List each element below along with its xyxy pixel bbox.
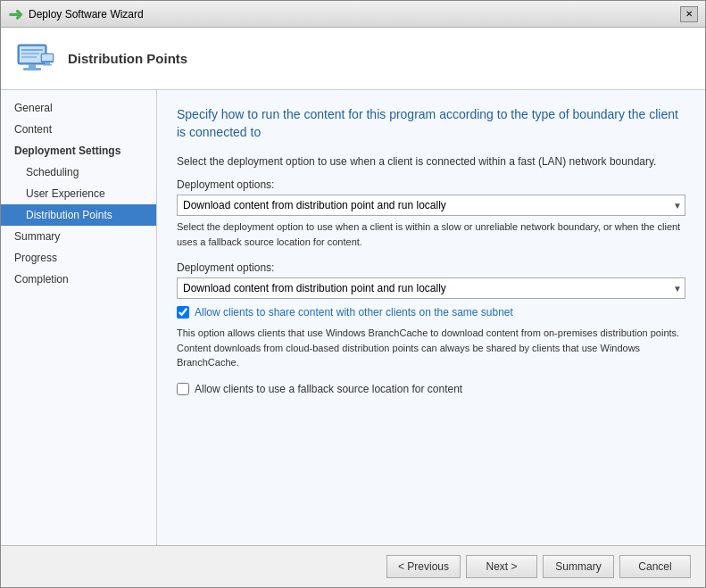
sidebar-item-distribution-points[interactable]: Distribution Points (1, 204, 156, 226)
fallback-source-checkbox[interactable] (177, 383, 189, 395)
slow-network-label: Select the deployment option to use when… (177, 219, 685, 249)
main-content: Specify how to run the content for this … (157, 90, 705, 545)
sidebar: General Content Deployment Settings Sche… (1, 90, 157, 545)
window-icon: ➜ (8, 4, 23, 25)
svg-rect-9 (45, 62, 50, 64)
dropdown2-row: Download content from distribution point… (177, 277, 685, 299)
window-title: Deploy Software Wizard (29, 8, 144, 21)
checkbox2-label[interactable]: Allow clients to use a fallback source l… (195, 383, 462, 395)
footer: < Previous Next > Summary Cancel (1, 545, 705, 587)
svg-rect-8 (42, 54, 53, 61)
checkbox2-row: Allow clients to use a fallback source l… (177, 383, 685, 395)
sidebar-item-user-experience[interactable]: User Experience (1, 183, 156, 204)
checkbox1-row: Allow clients to share content with othe… (177, 306, 685, 319)
window-controls: ✕ (680, 6, 698, 22)
next-button[interactable]: Next > (466, 555, 537, 578)
sidebar-item-completion[interactable]: Completion (1, 269, 156, 290)
header-title: Distribution Points (68, 51, 187, 66)
deployment-label-2: Deployment options: (177, 261, 685, 274)
sidebar-item-summary[interactable]: Summary (1, 226, 156, 247)
main-heading: Specify how to run the content for this … (177, 106, 685, 141)
svg-rect-6 (23, 68, 41, 70)
summary-button[interactable]: Summary (543, 555, 614, 578)
cancel-button[interactable]: Cancel (619, 555, 691, 578)
deployment-dropdown-1[interactable]: Download content from distribution point… (177, 195, 685, 216)
close-button[interactable]: ✕ (680, 6, 698, 22)
content-area: General Content Deployment Settings Sche… (1, 90, 705, 545)
svg-rect-10 (43, 64, 52, 66)
computer-icon (14, 37, 57, 80)
previous-button[interactable]: < Previous (386, 555, 461, 578)
sidebar-item-progress[interactable]: Progress (1, 247, 156, 269)
header-area: Distribution Points (1, 28, 705, 90)
sidebar-item-scheduling[interactable]: Scheduling (1, 161, 156, 183)
branchcache-info: This option allows clients that use Wind… (177, 326, 685, 370)
svg-rect-5 (29, 64, 36, 68)
title-bar: ➜ Deploy Software Wizard ✕ (1, 1, 705, 28)
deployment-label-1: Deployment options: (177, 178, 685, 191)
fast-network-label: Select the deployment option to use when… (177, 155, 685, 168)
sidebar-item-general[interactable]: General (1, 97, 156, 119)
allow-share-checkbox[interactable] (177, 306, 189, 319)
deployment-dropdown-2[interactable]: Download content from distribution point… (177, 277, 685, 299)
sidebar-item-content[interactable]: Content (1, 119, 156, 140)
checkbox1-label[interactable]: Allow clients to share content with othe… (195, 306, 513, 319)
wizard-window: ➜ Deploy Software Wizard ✕ Distribution … (0, 0, 706, 588)
dropdown1-row: Download content from distribution point… (177, 195, 685, 216)
sidebar-section-deployment: Deployment Settings (1, 140, 156, 161)
